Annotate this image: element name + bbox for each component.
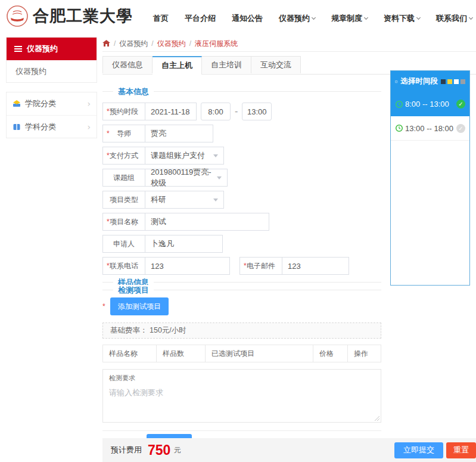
- tutor-input[interactable]: [145, 125, 213, 142]
- check-circle-icon: ✓: [456, 124, 465, 133]
- tab-self-training[interactable]: 自主培训: [202, 56, 251, 73]
- required-star: *: [102, 302, 105, 311]
- end-time-input[interactable]: [242, 103, 272, 120]
- required-star: *: [244, 262, 247, 270]
- section-sample-info: 样品信息: [102, 282, 381, 283]
- breadcrumb: / 仪器预约 / 仪器预约 / 液压伺服系统: [102, 36, 476, 52]
- legend-square-icon: [441, 79, 446, 84]
- reset-button[interactable]: 重置: [446, 442, 476, 458]
- sidebar-booking-card: 仪器预约 仪器预约: [6, 37, 97, 83]
- main-nav: 首页 平台介绍 通知公告 仪器预约 规章制度 资料下载 联系我们: [137, 13, 472, 24]
- reserve-date-input[interactable]: [145, 103, 197, 120]
- test-requirement-box: 检测要求: [102, 369, 381, 423]
- nav-downloads[interactable]: 资料下载: [384, 13, 420, 24]
- sidebar-category-card: 学院分类 › 学科分类 ›: [6, 92, 97, 138]
- phone-label: * 联系电话: [102, 257, 145, 275]
- field-row-reserve-time: * 预约时段 -: [102, 103, 381, 120]
- nav-contact[interactable]: 联系我们: [436, 13, 472, 24]
- breadcrumb-item[interactable]: 仪器预约: [119, 39, 148, 49]
- col-sample-name: 样品名称: [103, 345, 157, 362]
- calendar-check-icon: [395, 77, 398, 86]
- research-group-select[interactable]: 2019800119贾亮-校级: [145, 169, 228, 187]
- time-slot-morning[interactable]: 8:00 -- 13:00 ✓: [391, 92, 469, 116]
- time-panel-title: 选择时间段: [401, 76, 438, 86]
- university-logo: 合肥工業大學: [6, 5, 133, 27]
- required-star: *: [107, 129, 110, 138]
- col-sample-count: 样品数: [157, 345, 206, 362]
- select-caret-icon: [213, 154, 218, 157]
- test-requirement-textarea[interactable]: [103, 384, 381, 422]
- tab-instrument-info[interactable]: 仪器信息: [102, 56, 153, 73]
- breadcrumb-item[interactable]: 仪器预约: [157, 39, 186, 49]
- required-star: *: [107, 107, 110, 116]
- nav-platform-intro[interactable]: 平台介绍: [185, 13, 216, 24]
- page: 合肥工業大學 首页 平台介绍 通知公告 仪器预约 规章制度 资料下载 联系我们 …: [0, 0, 476, 462]
- field-row-project-type: 项目类型 科研: [102, 191, 381, 209]
- caret-down-icon: [469, 15, 473, 20]
- sidebar-item-instrument-booking[interactable]: 仪器预约: [7, 60, 97, 82]
- chevron-right-icon: ›: [87, 99, 91, 108]
- field-row-applicant: 申请人: [102, 235, 381, 253]
- time-panel-header: 选择时间段: [391, 71, 469, 92]
- section-test-items: 检测项目: [102, 290, 381, 290]
- slot-legend: [441, 79, 465, 84]
- field-row-project-name: * 项目名称: [102, 213, 381, 231]
- legend-square-icon: [461, 79, 465, 84]
- home-icon[interactable]: [102, 40, 110, 47]
- start-time-input[interactable]: [201, 103, 231, 120]
- nav-instrument-booking[interactable]: 仪器预约: [279, 13, 315, 24]
- booking-form: 基本信息 * 预约时段 - * 导师: [102, 75, 381, 454]
- hamburger-icon: [14, 46, 22, 52]
- caret-down-icon: [364, 15, 368, 20]
- project-type-label: 项目类型: [102, 191, 145, 209]
- nav-rules[interactable]: 规章制度: [331, 13, 368, 24]
- university-seal-icon: [6, 5, 29, 27]
- phone-input[interactable]: [145, 257, 230, 275]
- base-rate-box: 基础费率： 150元/小时: [102, 323, 381, 339]
- project-name-label: * 项目名称: [102, 213, 145, 231]
- legend-square-icon: [454, 79, 459, 84]
- sidebar-panel-title: 仪器预约: [27, 44, 58, 54]
- sidebar: 仪器预约 仪器预约 学院分类 › 学科分类 ›: [6, 37, 97, 138]
- nav-home[interactable]: 首页: [153, 13, 169, 24]
- project-name-input[interactable]: [145, 213, 269, 231]
- tab-self-operation[interactable]: 自主上机: [153, 56, 202, 75]
- subject-book-icon: [13, 123, 21, 131]
- time-slot-afternoon[interactable]: 13:00 -- 18:00 ✓: [391, 116, 469, 141]
- col-price: 价格: [313, 345, 348, 362]
- payment-label: * 支付方式: [102, 147, 145, 165]
- caret-down-icon: [416, 15, 421, 20]
- estimate-label: 预计费用: [111, 445, 142, 455]
- field-row-contact: * 联系电话 * 电子邮件: [102, 257, 381, 275]
- legend-square-icon: [447, 79, 452, 84]
- caret-down-icon: [312, 15, 316, 20]
- payment-select[interactable]: 课题组账户支付: [145, 147, 224, 165]
- required-star: *: [107, 218, 110, 226]
- email-input[interactable]: [282, 257, 349, 275]
- add-test-item-button[interactable]: 添加测试项目: [110, 297, 169, 315]
- col-selected-tests: 已选测试项目: [206, 345, 313, 362]
- table-header-row: 样品名称 样品数 已选测试项目 价格 操作: [103, 345, 381, 362]
- site-header: 合肥工業大學 首页 平台介绍 通知公告 仪器预约 规章制度 资料下载 联系我们: [0, 0, 476, 33]
- sidebar-item-subject-category[interactable]: 学科分类 ›: [7, 115, 97, 138]
- applicant-label: 申请人: [102, 235, 145, 253]
- estimate-unit: 元: [173, 445, 181, 455]
- project-type-select[interactable]: 科研: [145, 191, 224, 209]
- submit-button[interactable]: 立即提交: [394, 442, 443, 458]
- tab-interaction[interactable]: 互动交流: [251, 56, 301, 73]
- applicant-input[interactable]: [145, 235, 223, 253]
- select-caret-icon: [217, 176, 222, 179]
- estimate-footer-bar: 预计费用 750 元 立即提交 重置: [102, 438, 476, 462]
- sidebar-item-college-category[interactable]: 学院分类 ›: [7, 92, 97, 115]
- time-separator: -: [235, 106, 238, 117]
- col-actions: 操作: [348, 345, 381, 362]
- tutor-label: * 导师: [102, 125, 145, 142]
- required-star: *: [107, 151, 110, 160]
- field-row-tutor: * 导师: [102, 125, 381, 142]
- nav-notices[interactable]: 通知公告: [232, 13, 263, 24]
- estimate-value: 750: [148, 442, 170, 458]
- sidebar-panel-header: 仪器预约: [7, 38, 97, 60]
- field-row-payment: * 支付方式 课题组账户支付: [102, 147, 381, 165]
- test-requirement-label: 检测要求: [103, 370, 381, 384]
- college-icon: [13, 100, 21, 108]
